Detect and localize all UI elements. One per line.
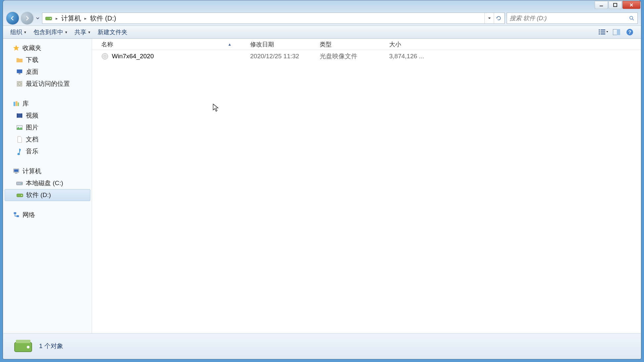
share-button[interactable]: 共享 ▼ xyxy=(71,27,94,37)
sidebar-label: 库 xyxy=(23,99,29,108)
sidebar-label: 桌面 xyxy=(26,68,38,76)
breadcrumb-sep-icon[interactable]: ▸ xyxy=(82,16,89,21)
sort-ascending-icon: ▲ xyxy=(228,42,232,47)
sidebar-libraries[interactable]: 库 xyxy=(3,98,92,110)
sidebar-videos[interactable]: 视频 xyxy=(3,110,92,122)
toolbar: 组织 ▼ 包含到库中 ▼ 共享 ▼ 新建文件夹 xyxy=(3,26,641,39)
svg-point-3 xyxy=(50,18,51,19)
search-input[interactable] xyxy=(510,15,629,22)
include-in-library-button[interactable]: 包含到库中 ▼ xyxy=(30,27,71,37)
sidebar-label: 下载 xyxy=(26,56,38,64)
sidebar-label: 图片 xyxy=(26,123,38,132)
nav-row: ▸ 计算机 ▸ 软件 (D:) xyxy=(3,11,641,26)
new-folder-button[interactable]: 新建文件夹 xyxy=(94,27,131,37)
file-list[interactable]: 名称 ▲ 修改日期 类型 大小 Win7x64_2020 2020/12/25 … xyxy=(92,39,641,333)
sidebar-local-c[interactable]: 本地磁盘 (C:) xyxy=(3,177,92,189)
svg-rect-20 xyxy=(16,101,18,106)
svg-point-36 xyxy=(104,55,106,57)
sidebar-computer[interactable]: 计算机 xyxy=(3,165,92,177)
sidebar-documents[interactable]: 文档 xyxy=(3,133,92,145)
svg-rect-12 xyxy=(617,29,620,35)
address-bar[interactable]: ▸ 计算机 ▸ 软件 (D:) xyxy=(42,13,505,24)
sidebar-pictures[interactable]: 图片 xyxy=(3,122,92,133)
svg-rect-23 xyxy=(17,114,18,118)
titlebar[interactable] xyxy=(3,0,641,11)
sidebar-label: 网络 xyxy=(23,211,35,219)
sidebar-network[interactable]: 网络 xyxy=(3,209,92,221)
newfolder-label: 新建文件夹 xyxy=(98,28,127,36)
svg-text:?: ? xyxy=(628,29,631,35)
column-name[interactable]: 名称 ▲ xyxy=(99,40,248,48)
sidebar: 收藏夹 下载 桌面 最近访问的位置 库 xyxy=(3,39,92,333)
music-icon xyxy=(16,148,23,155)
minimize-button[interactable] xyxy=(595,1,608,9)
svg-rect-10 xyxy=(601,33,605,34)
sidebar-downloads[interactable]: 下载 xyxy=(3,54,92,66)
organize-button[interactable]: 组织 ▼ xyxy=(7,27,30,37)
column-size[interactable]: 大小 xyxy=(387,40,436,48)
svg-rect-15 xyxy=(17,70,23,73)
explorer-window: ▸ 计算机 ▸ 软件 (D:) 组织 ▼ 包含到 xyxy=(3,0,641,359)
sidebar-music[interactable]: 音乐 xyxy=(3,145,92,157)
recent-icon xyxy=(16,80,23,87)
organize-label: 组织 xyxy=(10,28,22,36)
breadcrumb-computer[interactable]: 计算机 xyxy=(60,13,82,24)
file-size: 3,874,126 ... xyxy=(387,53,436,60)
nav-forward-button[interactable] xyxy=(21,12,33,25)
body-area: 收藏夹 下载 桌面 最近访问的位置 库 xyxy=(3,39,641,333)
help-button[interactable]: ? xyxy=(625,27,634,37)
column-label: 名称 xyxy=(101,40,113,48)
column-date[interactable]: 修改日期 xyxy=(248,40,317,48)
library-icon xyxy=(13,100,20,107)
svg-rect-7 xyxy=(599,31,600,32)
dropdown-icon: ▼ xyxy=(88,30,91,34)
refresh-button[interactable] xyxy=(494,13,503,24)
dropdown-icon: ▼ xyxy=(65,30,68,34)
close-button[interactable] xyxy=(622,1,640,9)
search-icon[interactable] xyxy=(629,15,635,21)
preview-pane-button[interactable] xyxy=(612,27,621,37)
svg-point-30 xyxy=(21,183,22,184)
svg-rect-6 xyxy=(601,29,605,30)
sidebar-software-d[interactable]: 软件 (D:) xyxy=(5,189,90,201)
sidebar-label: 本地磁盘 (C:) xyxy=(26,179,63,187)
star-icon xyxy=(13,44,20,52)
nav-history-dropdown[interactable] xyxy=(35,12,40,25)
drive-icon xyxy=(45,15,52,22)
svg-rect-9 xyxy=(599,33,600,34)
svg-rect-21 xyxy=(18,102,19,106)
svg-rect-17 xyxy=(17,81,22,86)
document-icon xyxy=(16,136,23,143)
column-headers: 名称 ▲ 修改日期 类型 大小 xyxy=(92,39,641,50)
dropdown-icon: ▼ xyxy=(23,30,27,34)
address-dropdown-button[interactable] xyxy=(484,13,494,24)
iso-file-icon xyxy=(101,53,109,60)
sidebar-favorites[interactable]: 收藏夹 xyxy=(3,42,92,54)
network-icon xyxy=(13,211,20,219)
sidebar-label: 视频 xyxy=(26,111,38,120)
drive-icon xyxy=(16,191,23,199)
video-icon xyxy=(16,112,23,119)
breadcrumb-sep-icon[interactable]: ▸ xyxy=(54,16,60,21)
svg-rect-5 xyxy=(599,29,600,30)
column-type[interactable]: 类型 xyxy=(317,40,387,48)
share-label: 共享 xyxy=(74,28,86,36)
breadcrumb-drive[interactable]: 软件 (D:) xyxy=(89,13,117,24)
search-box[interactable] xyxy=(507,13,638,24)
sidebar-desktop[interactable]: 桌面 xyxy=(3,66,92,78)
nav-back-button[interactable] xyxy=(6,12,19,25)
svg-point-38 xyxy=(27,346,29,348)
drive-icon xyxy=(16,180,23,187)
svg-rect-16 xyxy=(19,74,21,75)
sidebar-recent[interactable]: 最近访问的位置 xyxy=(3,78,92,90)
file-date: 2020/12/25 11:32 xyxy=(248,53,317,60)
svg-rect-27 xyxy=(14,170,19,172)
desktop-icon xyxy=(16,68,23,76)
svg-point-4 xyxy=(630,16,633,19)
file-row[interactable]: Win7x64_2020 2020/12/25 11:32 光盘映像文件 3,8… xyxy=(92,50,641,63)
statusbar: 1 个对象 xyxy=(3,333,641,359)
svg-rect-19 xyxy=(14,102,16,106)
view-mode-button[interactable] xyxy=(599,27,608,37)
maximize-button[interactable] xyxy=(609,1,622,9)
svg-rect-28 xyxy=(15,173,17,174)
